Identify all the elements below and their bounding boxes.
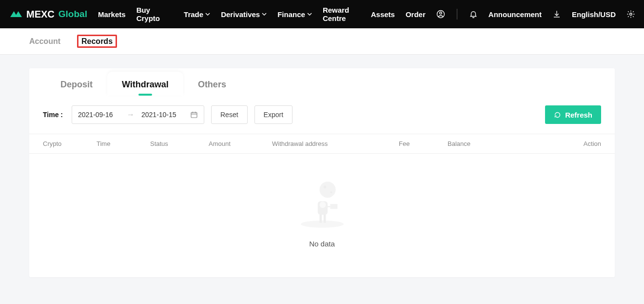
tab-deposit[interactable]: Deposit (46, 72, 107, 96)
records-highlight-box: Records (77, 35, 117, 48)
nav-separator (457, 9, 457, 20)
date-start: 2021-09-16 (78, 111, 120, 119)
nav-user[interactable] (436, 10, 445, 19)
nav-right: Assets Order Announcement English/USD (371, 9, 635, 20)
empty-state: No data (29, 154, 615, 277)
export-button[interactable]: Export (254, 105, 293, 124)
arrow-right-icon: → (127, 110, 135, 119)
th-amount: Amount (209, 140, 272, 147)
download-icon (552, 10, 561, 19)
subnav-account[interactable]: Account (29, 34, 60, 49)
th-address: Withdrawal address (272, 140, 399, 147)
svg-point-1 (440, 12, 442, 15)
no-data-text: No data (309, 240, 335, 248)
refresh-button[interactable]: Refresh (545, 105, 601, 124)
svg-rect-12 (330, 204, 337, 209)
chevron-down-icon (205, 12, 210, 17)
reset-button[interactable]: Reset (211, 105, 248, 124)
date-end: 2021-10-15 (141, 111, 183, 119)
user-icon (436, 10, 445, 19)
nav-left: Markets Buy Crypto Trade Derivatives Fin… (98, 6, 371, 22)
subnav-records[interactable]: Records (77, 37, 117, 46)
svg-point-9 (319, 202, 326, 208)
top-navbar: MEXC Global Markets Buy Crypto Trade Der… (0, 0, 644, 28)
svg-rect-3 (191, 112, 197, 118)
th-action: Action (526, 140, 601, 147)
calendar-icon (190, 111, 198, 119)
th-fee: Fee (399, 140, 448, 147)
time-label: Time : (43, 111, 63, 119)
nav-assets[interactable]: Assets (371, 10, 395, 19)
nav-buy-crypto[interactable]: Buy Crypto (137, 6, 173, 22)
svg-point-2 (630, 13, 632, 16)
nav-finance[interactable]: Finance (277, 10, 312, 19)
nav-reward-centre[interactable]: Reward Centre (323, 6, 371, 22)
chevron-down-icon (262, 12, 267, 17)
svg-rect-11 (323, 215, 326, 223)
filter-row: Time : 2021-09-16 → 2021-10-15 Reset Exp… (29, 96, 615, 134)
svg-point-5 (319, 182, 335, 198)
nav-notifications[interactable] (469, 10, 478, 19)
logo-text: MEXC (26, 9, 55, 20)
refresh-icon (554, 111, 561, 119)
nav-settings[interactable] (626, 10, 635, 19)
inner-tabs: Deposit Withdrawal Others (29, 68, 615, 96)
th-status: Status (150, 140, 209, 147)
nav-markets[interactable]: Markets (98, 10, 126, 19)
table-header: Crypto Time Status Amount Withdrawal add… (29, 134, 615, 154)
gear-icon (626, 10, 635, 19)
th-crypto: Crypto (43, 140, 97, 147)
empty-illustration-icon (295, 177, 349, 231)
bell-icon (469, 10, 478, 19)
th-time: Time (97, 140, 150, 147)
tab-withdrawal[interactable]: Withdrawal (107, 72, 183, 96)
nav-derivatives[interactable]: Derivatives (221, 10, 267, 19)
svg-rect-10 (319, 215, 322, 223)
svg-point-4 (301, 221, 344, 228)
records-panel: Deposit Withdrawal Others Time : 2021-09… (29, 68, 615, 277)
logo-global: Global (59, 9, 87, 20)
logo[interactable]: MEXC Global (9, 9, 87, 20)
nav-locale[interactable]: English/USD (572, 10, 616, 19)
nav-download[interactable] (552, 10, 561, 19)
logo-mountain-icon (9, 9, 23, 19)
nav-announcement[interactable]: Announcement (488, 10, 542, 19)
nav-trade[interactable]: Trade (184, 10, 210, 19)
chevron-down-icon (307, 12, 312, 17)
date-range-picker[interactable]: 2021-09-16 → 2021-10-15 (72, 105, 204, 124)
nav-order[interactable]: Order (406, 10, 426, 19)
subnav: Account Records (0, 28, 644, 55)
tab-others[interactable]: Others (183, 72, 241, 96)
svg-point-6 (323, 185, 326, 188)
th-balance: Balance (448, 140, 526, 147)
svg-point-7 (330, 191, 332, 193)
